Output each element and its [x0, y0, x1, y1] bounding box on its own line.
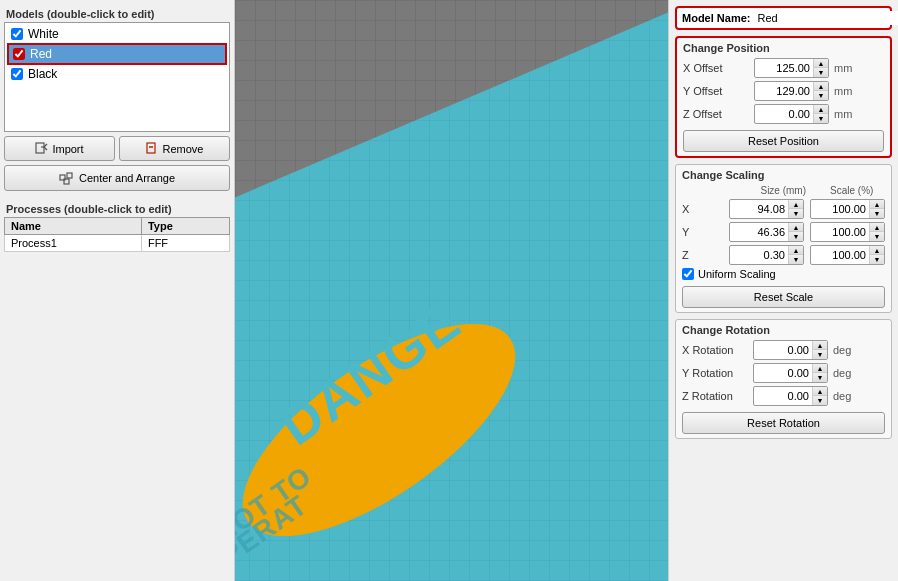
size-col-header: Size (mm)	[750, 185, 817, 196]
scale-y-row: Y ▲ ▼ ▲ ▼	[682, 222, 885, 242]
x-rotation-row: X Rotation ▲ ▼ deg	[682, 340, 885, 360]
center-arrange-button[interactable]: Center and Arrange	[4, 165, 230, 191]
z-offset-unit: mm	[834, 108, 852, 120]
model-name-label: Model Name:	[682, 12, 750, 24]
left-panel: Models (double-click to edit) White Red …	[0, 0, 235, 581]
y-offset-up[interactable]: ▲	[814, 82, 828, 91]
y-scale-spinner[interactable]: ▲ ▼	[810, 222, 885, 242]
main-layout: Models (double-click to edit) White Red …	[0, 0, 898, 581]
scale-x-label: X	[682, 203, 726, 215]
center-3d-view[interactable]: DANGE NOT TO OPERAT E...	[235, 0, 668, 581]
svg-rect-7	[67, 173, 72, 178]
x-rotation-down[interactable]: ▼	[813, 350, 827, 359]
change-scaling-label: Change Scaling	[682, 169, 885, 181]
y-scale-up[interactable]: ▲	[870, 223, 884, 232]
reset-position-button[interactable]: Reset Position	[683, 130, 884, 152]
z-rotation-up[interactable]: ▲	[813, 387, 827, 396]
z-scale-input[interactable]	[811, 248, 869, 262]
x-offset-input[interactable]	[755, 61, 813, 75]
y-rotation-input[interactable]	[754, 366, 812, 380]
x-scale-down[interactable]: ▼	[870, 209, 884, 218]
z-size-spinner[interactable]: ▲ ▼	[729, 245, 804, 265]
process-row[interactable]: Process1 FFF	[5, 235, 230, 252]
z-offset-input[interactable]	[755, 107, 813, 121]
y-scale-input[interactable]	[811, 225, 869, 239]
y-size-down[interactable]: ▼	[789, 232, 803, 241]
y-rotation-down[interactable]: ▼	[813, 373, 827, 382]
z-offset-label: Z Offset	[683, 108, 751, 120]
scale-col-headers: Size (mm) Scale (%)	[682, 185, 885, 196]
processes-header: Processes (double-click to edit)	[4, 199, 230, 217]
change-position-group: Change Position X Offset ▲ ▼ mm Y Offset	[675, 36, 892, 158]
y-rotation-spinner[interactable]: ▲ ▼	[753, 363, 828, 383]
z-size-down[interactable]: ▼	[789, 255, 803, 264]
y-offset-down[interactable]: ▼	[814, 91, 828, 100]
x-rotation-spinner[interactable]: ▲ ▼	[753, 340, 828, 360]
uniform-scaling-checkbox[interactable]	[682, 268, 694, 280]
x-size-down[interactable]: ▼	[789, 209, 803, 218]
import-button[interactable]: Import	[4, 136, 115, 161]
models-list: White Red Black	[4, 22, 230, 132]
z-scale-up[interactable]: ▲	[870, 246, 884, 255]
z-offset-down[interactable]: ▼	[814, 114, 828, 123]
model-item-white[interactable]: White	[7, 25, 227, 43]
z-offset-up[interactable]: ▲	[814, 105, 828, 114]
model-name-input[interactable]	[754, 11, 898, 25]
reset-rotation-button[interactable]: Reset Rotation	[682, 412, 885, 434]
z-rotation-down[interactable]: ▼	[813, 396, 827, 405]
x-size-up[interactable]: ▲	[789, 200, 803, 209]
reset-scale-button[interactable]: Reset Scale	[682, 286, 885, 308]
import-icon	[35, 142, 48, 155]
z-rotation-row: Z Rotation ▲ ▼ deg	[682, 386, 885, 406]
x-offset-down[interactable]: ▼	[814, 68, 828, 77]
x-scale-up[interactable]: ▲	[870, 200, 884, 209]
x-offset-spinner[interactable]: ▲ ▼	[754, 58, 829, 78]
col-header-name: Name	[5, 218, 142, 235]
y-size-spinner[interactable]: ▲ ▼	[729, 222, 804, 242]
x-rotation-up[interactable]: ▲	[813, 341, 827, 350]
x-offset-unit: mm	[834, 62, 852, 74]
change-rotation-group: Change Rotation X Rotation ▲ ▼ deg Y Rot…	[675, 319, 892, 439]
model-item-black[interactable]: Black	[7, 65, 227, 83]
y-offset-unit: mm	[834, 85, 852, 97]
z-scale-down[interactable]: ▼	[870, 255, 884, 264]
y-rotation-unit: deg	[833, 367, 851, 379]
model-checkbox-red[interactable]	[13, 48, 25, 60]
y-rotation-up[interactable]: ▲	[813, 364, 827, 373]
y-scale-down[interactable]: ▼	[870, 232, 884, 241]
x-size-input[interactable]	[730, 202, 788, 216]
x-rotation-input[interactable]	[754, 343, 812, 357]
x-scale-input[interactable]	[811, 202, 869, 216]
y-offset-label: Y Offset	[683, 85, 751, 97]
model-item-red[interactable]: Red	[7, 43, 227, 65]
y-offset-input[interactable]	[755, 84, 813, 98]
x-offset-up[interactable]: ▲	[814, 59, 828, 68]
y-size-spin-buttons: ▲ ▼	[788, 223, 803, 241]
y-offset-spinner[interactable]: ▲ ▼	[754, 81, 829, 101]
z-size-up[interactable]: ▲	[789, 246, 803, 255]
model-checkbox-black[interactable]	[11, 68, 23, 80]
x-rotation-spin-buttons: ▲ ▼	[812, 341, 827, 359]
x-scale-spinner[interactable]: ▲ ▼	[810, 199, 885, 219]
y-rotation-label: Y Rotation	[682, 367, 750, 379]
z-size-input[interactable]	[730, 248, 788, 262]
center-arrange-label: Center and Arrange	[79, 172, 175, 184]
viewport-background: DANGE NOT TO OPERAT E...	[235, 0, 668, 581]
y-rotation-spin-buttons: ▲ ▼	[812, 364, 827, 382]
z-offset-spin-buttons: ▲ ▼	[813, 105, 828, 123]
z-scale-spinner[interactable]: ▲ ▼	[810, 245, 885, 265]
remove-button[interactable]: Remove	[119, 136, 230, 161]
z-rotation-unit: deg	[833, 390, 851, 402]
z-rotation-input[interactable]	[754, 389, 812, 403]
model-checkbox-white[interactable]	[11, 28, 23, 40]
y-size-input[interactable]	[730, 225, 788, 239]
z-rotation-spinner[interactable]: ▲ ▼	[753, 386, 828, 406]
x-offset-spin-buttons: ▲ ▼	[813, 59, 828, 77]
scale-z-row: Z ▲ ▼ ▲ ▼	[682, 245, 885, 265]
z-offset-spinner[interactable]: ▲ ▼	[754, 104, 829, 124]
x-size-spin-buttons: ▲ ▼	[788, 200, 803, 218]
y-size-up[interactable]: ▲	[789, 223, 803, 232]
x-size-spinner[interactable]: ▲ ▼	[729, 199, 804, 219]
svg-rect-4	[147, 143, 155, 153]
z-scale-spin-buttons: ▲ ▼	[869, 246, 884, 264]
